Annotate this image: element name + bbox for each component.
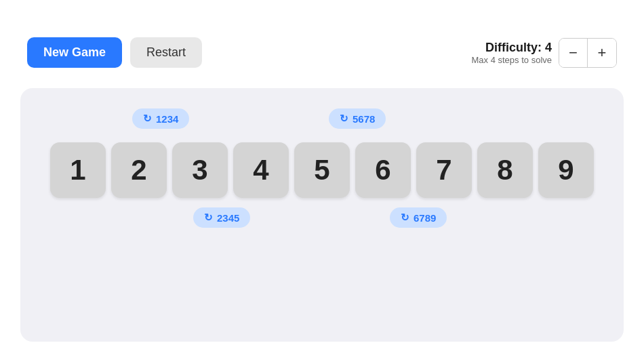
difficulty-title: Difficulty: 4 <box>472 41 552 55</box>
group-label-2345: 2345 <box>217 212 239 224</box>
difficulty-info: Difficulty: 4 Max 4 steps to solve <box>472 41 552 65</box>
rotate-group-5678[interactable]: ↻ 5678 <box>329 108 386 129</box>
number-row: 1 2 3 4 5 6 7 8 9 <box>50 142 594 198</box>
rotate-icon-6789: ↻ <box>401 212 409 224</box>
restart-button[interactable]: Restart <box>130 37 202 68</box>
header-right: Difficulty: 4 Max 4 steps to solve − + <box>472 38 618 68</box>
group-label-5678: 5678 <box>353 113 375 125</box>
tile-2[interactable]: 2 <box>111 142 167 198</box>
tile-3[interactable]: 3 <box>172 142 228 198</box>
tile-4[interactable]: 4 <box>233 142 289 198</box>
rotate-group-1234[interactable]: ↻ 1234 <box>132 108 189 129</box>
tile-7[interactable]: 7 <box>416 142 472 198</box>
tile-9[interactable]: 9 <box>538 142 594 198</box>
header-left: New Game Restart <box>27 37 202 68</box>
game-area: ↻ 1234 ↻ 5678 1 2 3 4 5 6 7 8 9 ↻ 2345 ↻… <box>20 88 624 342</box>
rotate-group-2345[interactable]: ↻ 2345 <box>193 207 250 228</box>
tile-1[interactable]: 1 <box>50 142 106 198</box>
difficulty-subtitle: Max 4 steps to solve <box>472 55 552 65</box>
rotate-icon-5678: ↻ <box>340 113 348 125</box>
tile-8[interactable]: 8 <box>477 142 533 198</box>
increase-difficulty-button[interactable]: + <box>588 39 616 67</box>
top-labels: ↻ 1234 ↻ 5678 <box>34 108 610 133</box>
group-label-6789: 6789 <box>414 212 436 224</box>
decrease-difficulty-button[interactable]: − <box>559 39 588 67</box>
new-game-button[interactable]: New Game <box>27 37 122 68</box>
tile-6[interactable]: 6 <box>355 142 411 198</box>
tile-5[interactable]: 5 <box>294 142 350 198</box>
rotate-group-6789[interactable]: ↻ 6789 <box>390 207 447 228</box>
difficulty-controls: − + <box>559 38 617 68</box>
bottom-labels: ↻ 2345 ↻ 6789 <box>34 207 610 232</box>
rotate-icon-1234: ↻ <box>143 113 152 125</box>
group-label-1234: 1234 <box>156 113 178 125</box>
rotate-icon-2345: ↻ <box>204 212 213 224</box>
header: New Game Restart Difficulty: 4 Max 4 ste… <box>0 0 644 81</box>
